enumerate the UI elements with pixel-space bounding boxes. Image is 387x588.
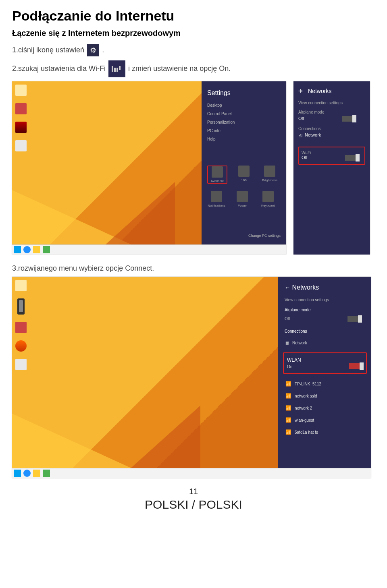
page-footer: 11 POLSKI / POLSKI [12, 487, 375, 511]
wifi-network-item[interactable]: network 2 [285, 402, 365, 414]
airplane-mode-toggle[interactable] [342, 116, 356, 122]
desktop-icon[interactable] [15, 85, 27, 96]
airplane-mode-toggle[interactable] [347, 316, 361, 322]
keyboard-icon [262, 191, 274, 202]
store-icon[interactable] [43, 246, 50, 253]
wlan-toggle[interactable] [349, 363, 363, 369]
connection-name: Network [292, 341, 307, 345]
ethernet-icon: ▦ [285, 341, 289, 345]
explorer-icon[interactable] [33, 246, 40, 253]
settings-panel-title: Settings [207, 89, 281, 97]
step-1-text-b: . [102, 46, 104, 54]
tile-notifications-label: Notifications [208, 204, 225, 207]
start-button-icon[interactable] [14, 246, 21, 253]
wifi-network-item[interactable]: TP-LINK_5112 [285, 378, 365, 390]
settings-item-control-panel[interactable]: Control Panel [207, 112, 281, 116]
desktop-icons [15, 280, 27, 370]
store-icon[interactable] [43, 470, 50, 477]
connection-name[interactable]: Network [298, 133, 365, 138]
wifi-network-item[interactable]: wlan-guest [285, 414, 365, 426]
airplane-mode-label: Airplane mode [298, 110, 365, 114]
back-arrow-icon[interactable] [298, 88, 306, 94]
wifi-toggle[interactable] [345, 155, 359, 161]
step-1-text-a: 1.ciśnij ikonę ustawień [12, 46, 86, 54]
desktop-icon[interactable] [15, 140, 27, 151]
taskbar [12, 244, 286, 255]
connections-label: Connections [298, 126, 365, 131]
wifi-label: Wi-Fi [302, 151, 362, 155]
networks-flyout-panel: ← Networks View connection settings Airp… [278, 277, 371, 468]
desktop-icon[interactable] [15, 103, 27, 114]
signal-bars-icon [285, 393, 291, 399]
ethernet-icon [298, 133, 305, 137]
tile-network[interactable]: Available [207, 166, 227, 184]
settings-item-personalization[interactable]: Personalization [207, 120, 281, 124]
step-1: 1.ciśnij ikonę ustawień . [12, 44, 375, 56]
screenshot-desktop-settings: Settings Desktop Control Panel Personali… [12, 81, 286, 255]
view-connection-settings-link[interactable]: View connection settings [285, 298, 365, 302]
network-icon [212, 166, 223, 178]
gear-icon [87, 44, 99, 56]
page-heading: Podłączanie do Internetu [12, 8, 375, 24]
page-number: 11 [12, 487, 375, 496]
settings-item-pcinfo[interactable]: PC info [207, 128, 281, 133]
taskbar [12, 468, 371, 478]
desktop-icon[interactable] [15, 280, 27, 291]
desktop-icon[interactable] [15, 322, 27, 333]
desktop-icon[interactable] [15, 359, 27, 370]
airplane-mode-value: Off [298, 116, 304, 121]
explorer-icon[interactable] [33, 470, 40, 477]
screenshot-networks-panel: Networks View connection settings Airpla… [293, 81, 370, 255]
wlan-label: WLAN [287, 357, 363, 363]
settings-quick-tiles: Available 100 Brightness Notifications P… [207, 166, 281, 207]
networks-title-text: Networks [292, 284, 319, 291]
change-pc-settings-link[interactable]: Change PC settings [248, 234, 281, 238]
footer-language: POLSKI / POLSKI [12, 498, 375, 511]
tile-power[interactable]: Power [233, 191, 252, 207]
networks-panel: Networks View connection settings Airpla… [293, 81, 370, 255]
signal-bars-icon [285, 417, 291, 423]
desktop-icon[interactable] [15, 122, 27, 133]
tile-keyboard-label: Keyboard [261, 204, 275, 207]
tile-keyboard[interactable]: Keyboard [259, 191, 277, 207]
tile-network-label: Available [211, 179, 224, 183]
networks-title: ← Networks [285, 284, 365, 291]
screenshot-row-1: Settings Desktop Control Panel Personali… [12, 81, 375, 255]
page-subtitle: Łączenie się z Internetem bezprzewodowym [12, 29, 375, 38]
tile-brightness[interactable]: Brightness [260, 166, 279, 184]
settings-charm-panel: Settings Desktop Control Panel Personali… [202, 81, 286, 245]
wifi-section-highlight: Wi-Fi Off [298, 147, 365, 165]
start-button-icon[interactable] [14, 470, 21, 477]
settings-item-desktop[interactable]: Desktop [207, 103, 281, 108]
connection-item[interactable]: ▦ Network [285, 337, 365, 348]
step-2-text-a: 2.szukaj ustawienia dla Wi-Fi [12, 64, 108, 72]
wifi-networks-list: TP-LINK_5112 network ssid network 2 wlan… [285, 378, 365, 438]
airplane-mode-value: Off [285, 317, 290, 321]
message-icon [211, 191, 222, 202]
ie-icon[interactable] [23, 246, 31, 253]
back-arrow-icon[interactable]: ← [285, 284, 290, 291]
tile-brightness-label: Brightness [262, 178, 277, 182]
tile-power-label: Power [238, 204, 247, 207]
power-icon [237, 191, 248, 202]
sun-icon [264, 166, 275, 177]
screenshot-desktop-networks: ← Networks View connection settings Airp… [12, 277, 371, 478]
ie-icon[interactable] [23, 470, 31, 477]
desktop-icon[interactable] [15, 340, 27, 352]
wifi-network-item[interactable]: 5afd1a hat fs [285, 426, 365, 438]
signal-bars-icon [285, 381, 291, 387]
view-connection-settings-link[interactable]: View connection settings [298, 101, 365, 105]
wifi-tile-icon [108, 60, 125, 77]
step-3: 3.rozwijanego menu wybierz opcję Connect… [12, 264, 375, 273]
tile-volume[interactable]: 100 [235, 166, 253, 184]
tile-notifications[interactable]: Notifications [207, 191, 226, 207]
step-2-text-b: i zmień ustawienie na opcję On. [128, 64, 231, 72]
signal-bars-icon [285, 405, 291, 411]
settings-item-help[interactable]: Help [207, 137, 281, 141]
wifi-network-item[interactable]: network ssid [285, 390, 365, 402]
desktop-icon[interactable] [17, 298, 25, 315]
wifi-value: Off [302, 155, 307, 160]
step-2: 2.szukaj ustawienia dla Wi-Fi i zmień us… [12, 60, 375, 77]
wlan-section-highlight: WLAN On [283, 352, 367, 374]
tile-volume-label: 100 [241, 178, 246, 182]
